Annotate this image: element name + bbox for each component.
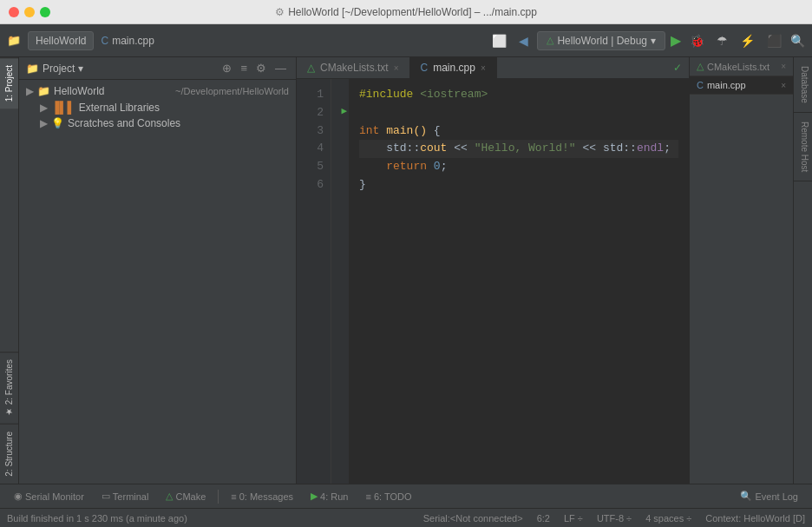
- title-icon: ⚙: [275, 6, 285, 18]
- stop-button[interactable]: ⬛: [763, 32, 785, 49]
- close-button[interactable]: [9, 7, 19, 17]
- cursor-position[interactable]: 6:2: [537, 513, 550, 524]
- main-area: 1: Project ★ 2: Favorites 2: Structure 📁…: [0, 57, 812, 484]
- left-sidebar-tabs: 1: Project ★ 2: Favorites 2: Structure: [0, 57, 19, 484]
- scope-op: ::: [407, 140, 421, 158]
- project-panel-actions: ⊕ ≡ ⚙ —: [219, 61, 289, 76]
- cmake-file-close[interactable]: ×: [781, 62, 786, 71]
- encoding-status[interactable]: UTF-8 ÷: [597, 513, 632, 524]
- tree-label-scratches: Scratches and Consoles: [68, 117, 289, 129]
- run-tab[interactable]: ▶ 4: Run: [304, 488, 355, 504]
- code-content[interactable]: #include <iostream> int main() { std::co…: [349, 79, 689, 484]
- cpp-tab-close[interactable]: ×: [481, 63, 486, 73]
- line-separator[interactable]: LF ÷: [564, 513, 583, 524]
- sidebar-tab-project[interactable]: 1: Project: [0, 57, 18, 109]
- std-ns: std: [359, 140, 407, 158]
- cout-fn: cout: [420, 140, 447, 158]
- project-panel-header: 📁 Project ▾ ⊕ ≡ ⚙ —: [19, 57, 296, 80]
- tab-maincpp[interactable]: C main.cpp ×: [410, 57, 497, 78]
- fn-main: main: [386, 122, 413, 141]
- toolbar-right: ⬜ ◀ △ HelloWorld | Debug ▾ ▶ 🐞 ☂ ⚡ ⬛ 🔍: [488, 31, 805, 50]
- line-num-2: 2: [307, 104, 324, 122]
- window-title: ⚙ HelloWorld [~/Development/HelloWorld] …: [275, 6, 537, 18]
- right-file-maincpp[interactable]: C main.cpp ×: [690, 76, 793, 95]
- line-num-5: 5: [307, 158, 324, 176]
- run-configuration[interactable]: △ HelloWorld | Debug ▾: [537, 31, 665, 50]
- project-panel-label: Project: [43, 63, 75, 75]
- code-line-5: return 0;: [359, 158, 678, 176]
- database-tab[interactable]: Database: [794, 57, 812, 113]
- tree-item-helloworld[interactable]: ▶ 📁 HelloWorld ~/Development/HelloWorld: [19, 83, 296, 99]
- terminal-tab[interactable]: ▭ Terminal: [95, 488, 156, 504]
- chevron-down-icon: ▾: [78, 63, 83, 75]
- todo-icon: ≡: [366, 491, 371, 502]
- collapse-action-button[interactable]: —: [272, 61, 289, 76]
- brace-close: }: [359, 176, 366, 194]
- cmake-file-icon: △: [697, 61, 704, 72]
- bottom-toolbar: ◉ Serial Monitor ▭ Terminal △ CMake ≡ 0:…: [0, 484, 812, 508]
- indent-status[interactable]: 4 spaces ÷: [645, 513, 691, 524]
- tree-item-scratches[interactable]: ▶ 💡 Scratches and Consoles: [19, 115, 296, 131]
- hello-string: "Hello, World!": [475, 140, 576, 158]
- cpp-file-close[interactable]: ×: [781, 81, 786, 90]
- messages-tab[interactable]: ≡ 0: Messages: [224, 489, 300, 504]
- cmake-bottom-label: CMake: [175, 491, 206, 502]
- tab-cmakelists[interactable]: △ CMakeLists.txt ×: [297, 57, 410, 78]
- search-button[interactable]: 🔍: [790, 34, 805, 48]
- op-lshift1: <<: [447, 140, 474, 158]
- right-file-cmake[interactable]: △ CMakeLists.txt ×: [690, 57, 793, 76]
- structure-tab-label: 2: Structure: [4, 431, 14, 477]
- project-tab-label: 1: Project: [4, 65, 14, 102]
- profile-button[interactable]: ⚡: [737, 32, 758, 49]
- terminal-label: Terminal: [113, 491, 149, 502]
- sidebar-tab-structure[interactable]: 2: Structure: [0, 424, 18, 484]
- run-tab-label: 4: Run: [320, 491, 348, 502]
- serial-monitor-tab[interactable]: ◉ Serial Monitor: [7, 488, 91, 504]
- remote-host-tab-label: Remote Host: [800, 122, 809, 172]
- minimize-button[interactable]: [24, 7, 35, 17]
- todo-tab[interactable]: ≡ 6: TODO: [359, 489, 419, 504]
- title-text: HelloWorld [~/Development/HelloWorld] – …: [288, 6, 537, 18]
- messages-label: 0: Messages: [239, 491, 293, 502]
- expand-icon: ▶: [26, 85, 34, 97]
- messages-icon: ≡: [231, 491, 236, 502]
- sidebar-tab-favorites[interactable]: ★ 2: Favorites: [0, 352, 18, 424]
- kw-int: int: [359, 122, 386, 141]
- project-panel-title-btn[interactable]: 📁 Project ▾: [26, 63, 83, 75]
- cmake-tab-icon: △: [307, 62, 315, 74]
- code-editor[interactable]: 1 2 3 4 5 6 ▶ #include <iostream>: [297, 79, 689, 484]
- editor-tabs: △ CMakeLists.txt × C main.cpp × ✓: [297, 57, 689, 79]
- semicolon1: ;: [664, 140, 671, 158]
- debug-button[interactable]: 🐞: [686, 32, 708, 49]
- sort-action-button[interactable]: ≡: [238, 61, 250, 76]
- endl-sym: endl: [637, 140, 664, 158]
- line-num-4: 4: [307, 140, 324, 158]
- cmake-tab-label: CMakeLists.txt: [320, 62, 389, 74]
- cpp-file-tab-icon: C: [697, 80, 704, 90]
- cmake-tab-close[interactable]: ×: [394, 63, 399, 73]
- settings-action-button[interactable]: ⚙: [253, 61, 269, 76]
- coverage-button[interactable]: ☂: [713, 32, 731, 49]
- run-arrow-icon: ▶: [341, 104, 347, 120]
- add-action-button[interactable]: ⊕: [219, 61, 234, 76]
- remote-host-tab[interactable]: Remote Host: [794, 113, 812, 181]
- library-icon: ▐▌▌: [51, 101, 75, 114]
- line-num-1: 1: [307, 86, 324, 104]
- layout-button[interactable]: ⬜: [488, 32, 510, 49]
- serial-status[interactable]: Serial:<Not connected>: [423, 513, 523, 524]
- run-button[interactable]: ▶: [671, 32, 681, 49]
- maximize-button[interactable]: [40, 7, 50, 17]
- line-num-3: 3: [307, 122, 324, 141]
- event-log-tab[interactable]: 🔍 Event Log: [733, 488, 805, 504]
- cmake-tab[interactable]: △ CMake: [159, 488, 213, 504]
- event-log-label: Event Log: [755, 491, 798, 502]
- statusbar: Build finished in 1 s 230 ms (a minute a…: [0, 508, 812, 527]
- run-tab-icon: ▶: [311, 491, 318, 502]
- syntax-check-ok: ✓: [666, 57, 689, 78]
- window-controls: [9, 7, 50, 17]
- run-config-label: HelloWorld | Debug: [557, 35, 647, 47]
- back-nav-button[interactable]: ◀: [515, 32, 532, 49]
- line-numbers: 1 2 3 4 5 6: [297, 79, 331, 484]
- tree-item-external-libraries[interactable]: ▶ ▐▌▌ External Libraries: [19, 99, 296, 115]
- project-button[interactable]: HelloWorld: [28, 31, 94, 50]
